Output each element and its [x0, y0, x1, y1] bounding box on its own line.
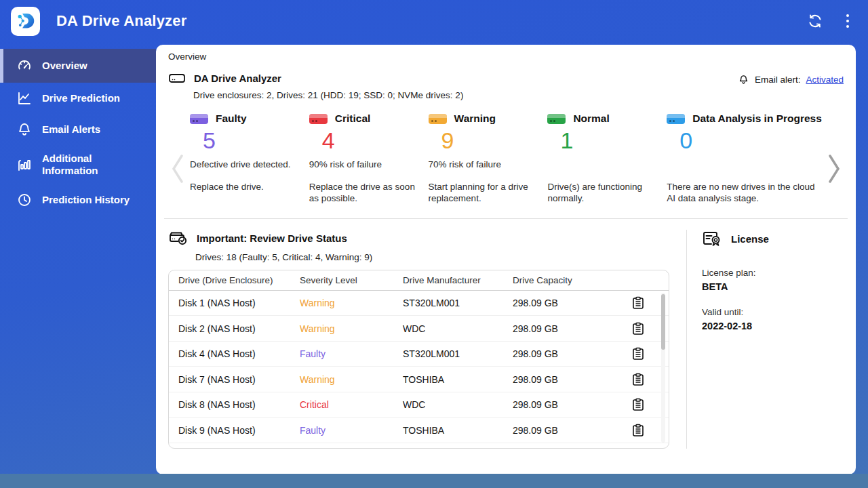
card-action: Replace the drive. [190, 181, 297, 193]
cell-manufacturer: ST320LM001 [403, 348, 513, 359]
status-card-warning: Warning 9 70% risk of failure Start plan… [429, 113, 536, 205]
sidebar-item-prediction-history[interactable]: Prediction History [0, 184, 156, 216]
cell-drive: Disk 9 (NAS Host) [169, 425, 300, 436]
table-row: Disk 2 (NAS Host) Warning WDC 298.09 GB [169, 316, 669, 342]
sidebar-item-label: Additional Information [42, 152, 130, 177]
drive-critical-icon [309, 114, 328, 124]
top-bar: DA Drive Analyzer [0, 0, 868, 42]
cell-severity: Faulty [300, 425, 403, 436]
bell-icon [16, 121, 33, 138]
bar-chart-icon [16, 157, 33, 173]
sidebar-item-additional-information[interactable]: Additional Information [0, 145, 156, 184]
cell-capacity: 298.09 GB [513, 425, 608, 436]
status-card-faulty: Faulty 5 Defective drive detected. Repla… [190, 113, 297, 205]
clipboard-icon[interactable] [632, 296, 644, 310]
card-description: 90% risk of failure [309, 159, 416, 181]
cell-capacity: 298.09 GB [513, 323, 608, 334]
clipboard-icon[interactable] [632, 424, 644, 437]
card-description: Defective drive detected. [190, 159, 297, 181]
sidebar-item-label: Overview [42, 60, 87, 72]
cell-severity: Critical [300, 399, 403, 410]
clock-icon [16, 192, 33, 208]
cell-manufacturer: WDC [403, 323, 513, 334]
table-row: Disk 4 (NAS Host) Faulty ST320LM001 298.… [169, 342, 669, 367]
sidebar-item-overview[interactable]: Overview [0, 49, 156, 83]
card-count: 0 [679, 129, 822, 153]
app-logo [11, 7, 40, 36]
license-valid-value: 2022-02-18 [702, 321, 844, 331]
sidebar-item-label: Email Alerts [42, 123, 100, 136]
clipboard-icon[interactable] [632, 347, 644, 361]
cell-severity: Faulty [300, 348, 403, 359]
col-severity: Severity Level [300, 275, 403, 285]
table-scrollbar-thumb[interactable] [661, 294, 665, 350]
cell-drive: Disk 4 (NAS Host) [169, 348, 300, 359]
cell-manufacturer: ST320LM001 [403, 298, 513, 308]
cell-severity: Warning [300, 323, 403, 334]
col-drive: Drive (Drive Enclosure) [169, 275, 300, 285]
clipboard-icon[interactable] [632, 398, 644, 411]
page-title: Overview [168, 52, 844, 62]
license-section: License License plan: BETA Valid until: … [686, 230, 844, 449]
sidebar-item-label: Drive Prediction [42, 92, 120, 104]
chevron-left-icon[interactable] [168, 113, 187, 205]
table-row-partial [169, 443, 669, 449]
cell-manufacturer: TOSHIBA [403, 425, 513, 436]
review-drive-status-section: Important: Review Drive Status Drives: 1… [168, 230, 678, 449]
clipboard-icon[interactable] [632, 322, 644, 336]
card-title: Warning [454, 113, 496, 125]
cell-manufacturer: WDC [403, 399, 513, 410]
col-capacity: Drive Capacity [513, 275, 608, 285]
clipboard-icon[interactable] [632, 373, 644, 386]
card-action: Start planning for a drive replacement. [429, 181, 536, 205]
license-plan-label: License plan: [702, 268, 844, 278]
drive-normal-icon [547, 114, 566, 124]
drive-check-icon [168, 230, 189, 247]
cell-capacity: 298.09 GB [513, 374, 608, 385]
sidebar: Overview Drive Prediction Additional Inf… [0, 42, 156, 474]
chevron-right-icon[interactable] [825, 113, 844, 205]
sidebar-item-drive-prediction[interactable]: Drive Prediction [0, 83, 156, 114]
review-title: Important: Review Drive Status [197, 232, 347, 244]
card-action: Replace the drive as soon as possible. [309, 181, 416, 205]
bell-icon [738, 74, 749, 85]
cell-manufacturer: TOSHIBA [403, 374, 513, 385]
section-divider [164, 218, 848, 219]
card-description [667, 159, 822, 181]
status-card-data-analysis: Data Analysis in Progress 0 There are no… [667, 113, 822, 205]
cell-severity: Warning [300, 298, 403, 308]
card-title: Data Analysis in Progress [692, 113, 822, 125]
email-alert-activated-link[interactable]: Activated [806, 75, 844, 85]
main-panel: Overview DA Drive Analyzer Drive enclosu… [156, 45, 856, 474]
section-title: DA Drive Analyzer [194, 73, 281, 84]
cell-drive: Disk 8 (NAS Host) [169, 399, 300, 410]
cell-capacity: 298.09 GB [513, 348, 608, 359]
card-count: 4 [322, 129, 416, 153]
table-row: Disk 9 (NAS Host) Faulty TOSHIBA 298.09 … [169, 418, 669, 443]
app-title: DA Drive Analyzer [56, 12, 187, 30]
review-summary: Drives: 18 (Faulty: 5, Critical: 4, Warn… [195, 252, 678, 262]
email-alert: Email alert: Activated [738, 74, 844, 85]
table-header: Drive (Drive Enclosure) Severity Level D… [169, 270, 669, 291]
line-chart-icon [16, 90, 33, 106]
license-title: License [731, 233, 769, 245]
gauge-icon [16, 58, 33, 74]
sidebar-item-email-alerts[interactable]: Additional Information Email Alerts [0, 114, 156, 145]
table-row: Disk 1 (NAS Host) Warning ST320LM001 298… [169, 291, 669, 317]
kebab-menu-icon[interactable] [842, 13, 853, 29]
drive-status-table: Drive (Drive Enclosure) Severity Level D… [168, 270, 669, 449]
table-row: Disk 7 (NAS Host) Warning TOSHIBA 298.09… [169, 367, 669, 392]
cell-capacity: 298.09 GB [513, 298, 608, 308]
cell-drive: Disk 7 (NAS Host) [169, 374, 300, 385]
drive-icon [168, 71, 186, 85]
card-title: Critical [335, 113, 371, 125]
card-count: 9 [441, 129, 536, 153]
sidebar-item-label: Prediction History [42, 194, 130, 206]
status-cards-carousel: Faulty 5 Defective drive detected. Repla… [168, 113, 844, 205]
desktop-background-strip [0, 474, 868, 488]
cell-severity: Warning [300, 374, 403, 385]
drive-analysis-icon [667, 114, 685, 124]
cell-capacity: 298.09 GB [513, 399, 608, 410]
license-valid-label: Valid until: [702, 307, 844, 317]
refresh-icon[interactable] [807, 13, 823, 29]
